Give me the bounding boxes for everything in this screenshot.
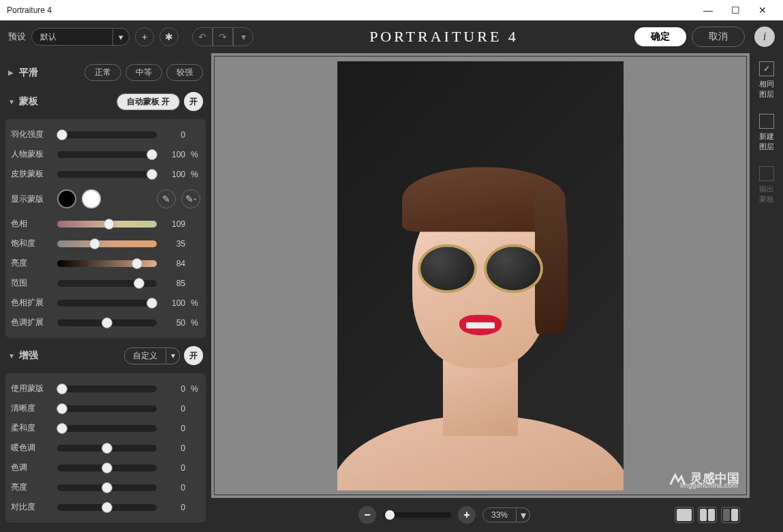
- smooth-medium-button[interactable]: 中等: [125, 64, 162, 81]
- window-title: Portraiture 4: [7, 5, 52, 15]
- zoom-dropdown[interactable]: 33% ▾: [482, 507, 530, 522]
- color-slider-3-value: 85: [162, 279, 185, 288]
- show-mask-label: 显示蒙版: [11, 193, 52, 205]
- smooth-normal-button[interactable]: 正常: [85, 64, 121, 81]
- enhance-title: 增强: [19, 349, 38, 362]
- mask-white-swatch[interactable]: [82, 189, 101, 208]
- redo-button[interactable]: ↷: [213, 27, 233, 46]
- color-slider-0-row: 色相109: [11, 214, 200, 234]
- mask-slider-1-slider[interactable]: [57, 151, 157, 158]
- enhance-slider-6-row: 对比度0: [11, 497, 200, 517]
- mask-slider-1-row: 人物蒙板100%: [11, 144, 200, 164]
- zoom-slider[interactable]: [383, 512, 451, 518]
- color-slider-4-value: 100: [162, 298, 185, 308]
- mask-slider-2-value: 100: [162, 170, 185, 179]
- add-preset-button[interactable]: +: [135, 27, 154, 46]
- enhance-toggle[interactable]: 开: [184, 346, 203, 365]
- enhance-slider-1-slider[interactable]: [57, 405, 157, 412]
- mask-slider-1-label: 人物蒙板: [11, 148, 52, 160]
- enhance-slider-0-value: 0: [162, 384, 185, 394]
- close-button[interactable]: ✕: [749, 0, 776, 20]
- auto-mask-button[interactable]: 自动蒙板 开: [117, 93, 180, 110]
- chevron-down-icon: ▾: [517, 507, 530, 522]
- right-sidebar: ✓ 相同图层 新建图层 输出蒙板: [750, 53, 783, 532]
- enhance-slider-0-slider[interactable]: [57, 386, 157, 392]
- color-slider-2-row: 亮度84: [11, 253, 200, 273]
- cancel-button[interactable]: 取消: [692, 27, 745, 47]
- smooth-header[interactable]: ▶ 平滑 正常 中等 较强: [5, 59, 206, 87]
- same-layer-option[interactable]: ✓ 相同图层: [759, 61, 774, 100]
- enhance-slider-6-label: 对比度: [11, 501, 52, 513]
- mask-slider-0-value: 0: [162, 130, 185, 140]
- mask-toggle[interactable]: 开: [184, 92, 203, 111]
- color-slider-3-label: 范围: [11, 277, 52, 289]
- enhance-slider-3-value: 0: [162, 443, 185, 453]
- view-split-v-button[interactable]: [721, 507, 740, 523]
- new-layer-option[interactable]: 新建图层: [759, 114, 774, 153]
- enhance-header[interactable]: ▼ 增强 自定义 ▾ 开: [5, 341, 206, 371]
- enhance-slider-5-label: 亮度: [11, 482, 52, 493]
- color-slider-0-value: 109: [162, 219, 185, 229]
- enhance-slider-4-row: 色调0: [11, 458, 200, 478]
- zoom-out-button[interactable]: −: [358, 506, 376, 524]
- maximize-button[interactable]: ☐: [722, 0, 749, 20]
- enhance-slider-3-slider[interactable]: [57, 445, 157, 452]
- enhance-slider-0-row: 使用蒙版0%: [11, 379, 200, 398]
- enhance-slider-1-row: 清晰度0: [11, 398, 200, 418]
- minimize-button[interactable]: —: [694, 0, 722, 20]
- preview-canvas[interactable]: 灵感中国 lingganchina.com: [214, 56, 747, 495]
- enhance-panel: 使用蒙版0%清晰度0柔和度0暖色调0色调0亮度0对比度0: [5, 373, 206, 522]
- color-slider-0-slider[interactable]: [57, 221, 157, 228]
- mask-slider-1-value: 100: [162, 150, 185, 159]
- color-slider-1-slider[interactable]: [57, 240, 157, 247]
- mask-slider-2-label: 皮肤蒙板: [11, 168, 52, 180]
- enhance-slider-5-row: 亮度0: [11, 478, 200, 497]
- brand-title: PORTRAITURE 4: [259, 28, 629, 46]
- color-slider-5-label: 色调扩展: [11, 317, 52, 328]
- enhance-slider-0-label: 使用蒙版: [11, 383, 52, 394]
- caret-down-icon: ▼: [8, 352, 15, 360]
- color-slider-4-slider[interactable]: [57, 300, 157, 307]
- history-dropdown[interactable]: ▾: [233, 27, 254, 46]
- color-slider-2-slider[interactable]: [57, 260, 157, 267]
- color-slider-3-slider[interactable]: [57, 280, 157, 287]
- enhance-slider-2-slider[interactable]: [57, 425, 157, 432]
- mask-black-swatch[interactable]: [57, 189, 76, 208]
- color-slider-5-row: 色调扩展50%: [11, 313, 200, 332]
- enhance-slider-5-value: 0: [162, 483, 185, 492]
- preset-label: 预设: [8, 31, 26, 43]
- check-icon: ✓: [759, 61, 774, 76]
- color-slider-1-value: 35: [162, 239, 185, 249]
- info-button[interactable]: i: [754, 27, 775, 47]
- caret-right-icon: ▶: [8, 69, 15, 76]
- zoom-in-button[interactable]: +: [458, 506, 476, 524]
- output-mask-option[interactable]: 输出蒙板: [759, 166, 774, 205]
- preset-dropdown[interactable]: 默认 ▾: [31, 28, 129, 46]
- ok-button[interactable]: 确定: [634, 27, 686, 46]
- caret-down-icon: ▼: [8, 98, 15, 106]
- mask-slider-2-slider[interactable]: [57, 171, 157, 178]
- enhance-slider-6-slider[interactable]: [57, 504, 157, 511]
- view-single-button[interactable]: [675, 507, 694, 523]
- color-slider-2-value: 84: [162, 259, 185, 268]
- settings-button[interactable]: ✱: [159, 27, 179, 46]
- enhance-slider-3-row: 暖色调0: [11, 438, 200, 458]
- eyedropper-button[interactable]: ✎: [157, 189, 176, 208]
- mask-header[interactable]: ▼ 蒙板 自动蒙板 开 开: [5, 87, 206, 116]
- chevron-down-icon: ▾: [166, 347, 180, 364]
- enhance-slider-1-value: 0: [162, 404, 185, 413]
- color-slider-5-slider[interactable]: [57, 319, 157, 326]
- enhance-slider-4-value: 0: [162, 463, 185, 473]
- bottom-toolbar: − + 33% ▾: [211, 498, 750, 532]
- show-mask-row: 显示蒙版 ✎ ✎+: [11, 184, 200, 214]
- mask-slider-0-label: 羽化强度: [11, 129, 52, 140]
- eyedropper-add-button[interactable]: ✎+: [181, 189, 200, 208]
- color-slider-2-label: 亮度: [11, 257, 52, 269]
- undo-button[interactable]: ↶: [192, 27, 213, 46]
- enhance-slider-4-slider[interactable]: [57, 465, 157, 471]
- smooth-strong-button[interactable]: 较强: [166, 64, 203, 81]
- view-split-h-button[interactable]: [698, 507, 717, 523]
- enhance-slider-5-slider[interactable]: [57, 484, 157, 491]
- mask-slider-0-slider[interactable]: [57, 131, 157, 138]
- enhance-preset-dropdown[interactable]: 自定义 ▾: [124, 347, 180, 364]
